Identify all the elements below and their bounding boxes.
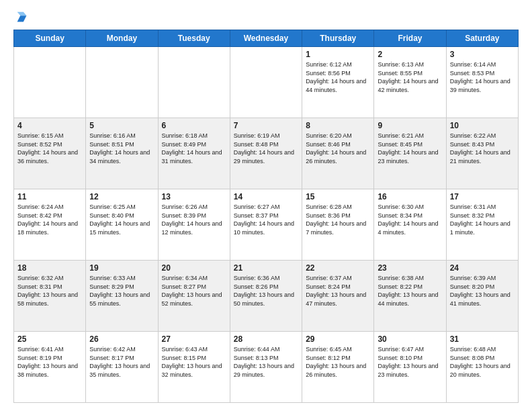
day-info: Sunrise: 6:19 AM Sunset: 8:48 PM Dayligh… [234, 132, 298, 165]
calendar-cell [230, 47, 302, 118]
day-info: Sunrise: 6:47 AM Sunset: 8:10 PM Dayligh… [378, 345, 442, 379]
calendar-cell: 27Sunrise: 6:43 AM Sunset: 8:15 PM Dayli… [158, 332, 230, 403]
day-number: 12 [89, 192, 154, 201]
calendar-cell: 1Sunrise: 6:12 AM Sunset: 8:56 PM Daylig… [302, 47, 374, 118]
day-number: 20 [162, 263, 226, 273]
day-number: 7 [234, 121, 298, 130]
day-info: Sunrise: 6:12 AM Sunset: 8:56 PM Dayligh… [306, 60, 370, 94]
day-info: Sunrise: 6:14 AM Sunset: 8:53 PM Dayligh… [450, 60, 515, 94]
logo-icon [15, 11, 30, 26]
day-info: Sunrise: 6:30 AM Sunset: 8:34 PM Dayligh… [378, 203, 442, 236]
day-number: 26 [89, 334, 154, 344]
day-info: Sunrise: 6:27 AM Sunset: 8:37 PM Dayligh… [234, 203, 298, 236]
day-number: 24 [450, 263, 515, 273]
calendar-cell: 3Sunrise: 6:14 AM Sunset: 8:53 PM Daylig… [446, 47, 518, 118]
calendar-cell: 25Sunrise: 6:41 AM Sunset: 8:19 PM Dayli… [14, 332, 86, 403]
calendar-cell: 15Sunrise: 6:28 AM Sunset: 8:36 PM Dayli… [302, 189, 374, 261]
calendar-week-1: 1Sunrise: 6:12 AM Sunset: 8:56 PM Daylig… [14, 47, 519, 118]
day-info: Sunrise: 6:26 AM Sunset: 8:39 PM Dayligh… [162, 203, 226, 236]
calendar-cell: 18Sunrise: 6:32 AM Sunset: 8:31 PM Dayli… [14, 261, 86, 332]
weekday-header-thursday: Thursday [302, 30, 374, 47]
day-info: Sunrise: 6:39 AM Sunset: 8:20 PM Dayligh… [450, 274, 515, 308]
calendar-cell: 11Sunrise: 6:24 AM Sunset: 8:42 PM Dayli… [14, 189, 86, 261]
day-info: Sunrise: 6:37 AM Sunset: 8:24 PM Dayligh… [306, 274, 370, 308]
calendar-cell: 19Sunrise: 6:33 AM Sunset: 8:29 PM Dayli… [86, 261, 158, 332]
day-number: 28 [234, 334, 298, 344]
calendar-week-2: 4Sunrise: 6:15 AM Sunset: 8:52 PM Daylig… [14, 118, 519, 189]
weekday-header-monday: Monday [86, 30, 158, 47]
day-number: 3 [450, 50, 515, 59]
day-info: Sunrise: 6:41 AM Sunset: 8:19 PM Dayligh… [17, 345, 82, 379]
day-number: 1 [306, 50, 370, 59]
day-info: Sunrise: 6:24 AM Sunset: 8:42 PM Dayligh… [17, 203, 82, 236]
day-info: Sunrise: 6:22 AM Sunset: 8:43 PM Dayligh… [450, 132, 515, 165]
day-number: 11 [17, 192, 82, 201]
day-number: 5 [89, 121, 154, 130]
logo [13, 11, 30, 23]
weekday-header-wednesday: Wednesday [230, 30, 302, 47]
day-info: Sunrise: 6:16 AM Sunset: 8:51 PM Dayligh… [89, 132, 154, 165]
day-number: 14 [234, 192, 298, 201]
weekday-header-friday: Friday [374, 30, 446, 47]
calendar-cell: 22Sunrise: 6:37 AM Sunset: 8:24 PM Dayli… [302, 261, 374, 332]
day-info: Sunrise: 6:25 AM Sunset: 8:40 PM Dayligh… [89, 203, 154, 236]
day-number: 4 [17, 121, 82, 130]
day-number: 25 [17, 334, 82, 344]
day-info: Sunrise: 6:34 AM Sunset: 8:27 PM Dayligh… [162, 274, 226, 308]
calendar-week-5: 25Sunrise: 6:41 AM Sunset: 8:19 PM Dayli… [14, 332, 519, 403]
calendar-cell: 17Sunrise: 6:31 AM Sunset: 8:32 PM Dayli… [446, 189, 518, 261]
day-number: 27 [162, 334, 226, 344]
calendar-cell: 7Sunrise: 6:19 AM Sunset: 8:48 PM Daylig… [230, 118, 302, 189]
day-info: Sunrise: 6:45 AM Sunset: 8:12 PM Dayligh… [306, 345, 370, 379]
calendar-cell: 8Sunrise: 6:20 AM Sunset: 8:46 PM Daylig… [302, 118, 374, 189]
day-number: 22 [306, 263, 370, 273]
calendar-cell: 29Sunrise: 6:45 AM Sunset: 8:12 PM Dayli… [302, 332, 374, 403]
day-number: 6 [162, 121, 226, 130]
day-info: Sunrise: 6:18 AM Sunset: 8:49 PM Dayligh… [162, 132, 226, 165]
day-info: Sunrise: 6:48 AM Sunset: 8:08 PM Dayligh… [450, 345, 515, 379]
header [13, 11, 519, 23]
day-number: 18 [17, 263, 82, 273]
day-info: Sunrise: 6:13 AM Sunset: 8:55 PM Dayligh… [378, 60, 442, 94]
calendar-week-3: 11Sunrise: 6:24 AM Sunset: 8:42 PM Dayli… [14, 189, 519, 261]
calendar-cell [158, 47, 230, 118]
day-number: 10 [450, 121, 515, 130]
calendar-cell: 21Sunrise: 6:36 AM Sunset: 8:26 PM Dayli… [230, 261, 302, 332]
day-info: Sunrise: 6:20 AM Sunset: 8:46 PM Dayligh… [306, 132, 370, 165]
page: SundayMondayTuesdayWednesdayThursdayFrid… [0, 0, 532, 411]
day-info: Sunrise: 6:42 AM Sunset: 8:17 PM Dayligh… [89, 345, 154, 379]
day-info: Sunrise: 6:21 AM Sunset: 8:45 PM Dayligh… [378, 132, 442, 165]
calendar-cell: 23Sunrise: 6:38 AM Sunset: 8:22 PM Dayli… [374, 261, 446, 332]
day-info: Sunrise: 6:36 AM Sunset: 8:26 PM Dayligh… [234, 274, 298, 308]
calendar-cell: 10Sunrise: 6:22 AM Sunset: 8:43 PM Dayli… [446, 118, 518, 189]
calendar-week-4: 18Sunrise: 6:32 AM Sunset: 8:31 PM Dayli… [14, 261, 519, 332]
day-info: Sunrise: 6:43 AM Sunset: 8:15 PM Dayligh… [162, 345, 226, 379]
day-number: 13 [162, 192, 226, 201]
calendar-cell: 31Sunrise: 6:48 AM Sunset: 8:08 PM Dayli… [446, 332, 518, 403]
day-number: 29 [306, 334, 370, 344]
calendar-cell: 12Sunrise: 6:25 AM Sunset: 8:40 PM Dayli… [86, 189, 158, 261]
calendar-header-row: SundayMondayTuesdayWednesdayThursdayFrid… [14, 30, 519, 47]
svg-marker-1 [17, 12, 27, 16]
day-info: Sunrise: 6:44 AM Sunset: 8:13 PM Dayligh… [234, 345, 298, 379]
svg-marker-0 [17, 15, 27, 21]
day-number: 9 [378, 121, 442, 130]
day-number: 8 [306, 121, 370, 130]
calendar-cell: 6Sunrise: 6:18 AM Sunset: 8:49 PM Daylig… [158, 118, 230, 189]
calendar-table: SundayMondayTuesdayWednesdayThursdayFrid… [13, 30, 519, 403]
day-number: 16 [378, 192, 442, 201]
weekday-header-sunday: Sunday [14, 30, 86, 47]
calendar-cell: 14Sunrise: 6:27 AM Sunset: 8:37 PM Dayli… [230, 189, 302, 261]
day-info: Sunrise: 6:33 AM Sunset: 8:29 PM Dayligh… [89, 274, 154, 308]
day-number: 2 [378, 50, 442, 59]
calendar-cell: 16Sunrise: 6:30 AM Sunset: 8:34 PM Dayli… [374, 189, 446, 261]
day-info: Sunrise: 6:15 AM Sunset: 8:52 PM Dayligh… [17, 132, 82, 165]
calendar-cell: 28Sunrise: 6:44 AM Sunset: 8:13 PM Dayli… [230, 332, 302, 403]
day-number: 23 [378, 263, 442, 273]
calendar-cell: 24Sunrise: 6:39 AM Sunset: 8:20 PM Dayli… [446, 261, 518, 332]
calendar-cell: 4Sunrise: 6:15 AM Sunset: 8:52 PM Daylig… [14, 118, 86, 189]
day-number: 19 [89, 263, 154, 273]
day-info: Sunrise: 6:28 AM Sunset: 8:36 PM Dayligh… [306, 203, 370, 236]
calendar-cell: 9Sunrise: 6:21 AM Sunset: 8:45 PM Daylig… [374, 118, 446, 189]
day-number: 17 [450, 192, 515, 201]
